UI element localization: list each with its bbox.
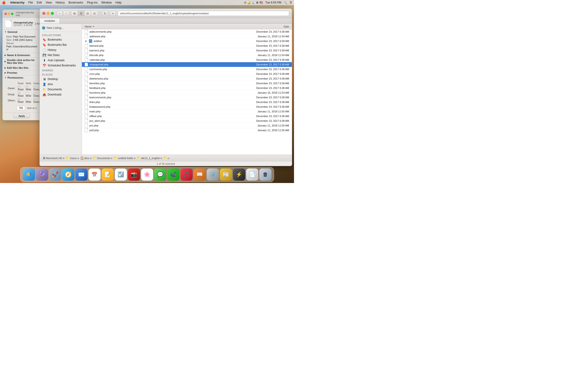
dock-reminders[interactable]: ☑️ xyxy=(115,168,127,181)
info-maximize-button[interactable] xyxy=(11,13,13,15)
file-row[interactable]: main.php January 11, 2018 11:55 AM xyxy=(82,109,292,114)
dock-notes[interactable]: 📝 xyxy=(102,168,114,181)
sidebar-item-dmx[interactable]: 👤 dmx xyxy=(40,82,81,87)
folder-expand-icon[interactable]: ▶ xyxy=(85,40,88,42)
dock-mail[interactable]: ✉️ xyxy=(75,168,88,181)
file-row[interactable]: poll.php January 11, 2018 11:55 AM xyxy=(82,128,292,133)
col-date-label[interactable]: Date xyxy=(242,25,289,28)
back-button[interactable]: ‹ xyxy=(57,11,63,16)
path-bar[interactable]: s/dmx/Documents/untitled%20folder/dle12_… xyxy=(118,11,289,16)
apple-menu[interactable]: 🍎 xyxy=(2,1,6,4)
menubar-edit[interactable]: Edit xyxy=(37,1,42,4)
dock-reeder[interactable]: 📰 xyxy=(220,168,232,181)
perm-owner-read[interactable]: Read xyxy=(17,85,24,91)
info-editfiles-header[interactable]: ▶ Edit files like this: xyxy=(3,65,41,70)
dock-photo-booth[interactable]: 📸 xyxy=(128,168,140,181)
file-row[interactable]: addnews.php January 11, 2018 11:54 AM xyxy=(82,34,292,39)
menubar-plugins[interactable]: Plug-ins xyxy=(87,1,97,4)
file-row[interactable]: pm_alert.php December 23, 2017 6:38 AM xyxy=(82,118,292,123)
finder-close-button[interactable] xyxy=(42,12,45,15)
permissions-number-input[interactable] xyxy=(17,106,25,110)
menubar-bookmarks[interactable]: Bookmarks xyxy=(69,1,83,4)
file-row[interactable]: comments.php December 23, 2017 6:38 AM xyxy=(82,67,292,72)
sidebar-item-net-disks[interactable]: 💾 Net Disks xyxy=(40,53,81,58)
dock-siri[interactable]: 🔮 xyxy=(36,168,48,181)
list-view-button[interactable]: ☰ xyxy=(78,11,84,16)
dock-photos[interactable]: 🌸 xyxy=(141,168,153,181)
menubar-search-icon[interactable]: 🔍 xyxy=(284,1,287,4)
info-preview-header[interactable]: ▶ Preview: xyxy=(3,70,41,75)
perm-group-read[interactable]: Read xyxy=(17,92,24,97)
info-name-header[interactable]: ▶ Name & Extension: xyxy=(3,53,41,57)
breadcrumb-u[interactable]: 📁 u xyxy=(163,156,169,160)
file-row[interactable]: favorites.php December 23, 2017 6:38 AM xyxy=(82,81,292,86)
file-row[interactable]: pm.php January 11, 2018 11:55 AM xyxy=(82,123,292,128)
sidebar-item-bookmarks-bar[interactable]: 🔖 Bookmarks Bar xyxy=(40,42,81,47)
info-minimize-button[interactable] xyxy=(8,13,10,15)
file-row[interactable]: banned.php December 23, 2017 6:38 AM xyxy=(82,43,292,48)
sidebar-item-history[interactable]: 🕐 History xyxy=(40,47,81,53)
forward-button[interactable]: › xyxy=(63,11,69,16)
file-row[interactable]: offline.php December 23, 2017 6:38 AM xyxy=(82,114,292,118)
file-row[interactable]: ▶ antibot December 23, 2017 6:39 AM xyxy=(82,39,292,43)
dock-books[interactable]: 📖 xyxy=(194,168,206,181)
sidebar-item-desktop[interactable]: 🖥 Desktop xyxy=(40,76,81,82)
file-row[interactable]: addcomments.php December 23, 2017 6:38 A… xyxy=(82,29,292,34)
perm-others-write[interactable]: Write xyxy=(25,98,32,103)
sidebar-new-listing[interactable]: 🌐 New Listing... xyxy=(40,25,82,31)
finder-minimize-button[interactable] xyxy=(47,12,50,15)
dock-music[interactable]: 🎵 xyxy=(180,168,193,181)
menubar-history[interactable]: History xyxy=(56,1,65,4)
breadcrumb-untitled-folder[interactable]: 📁 untitled folder xyxy=(114,156,133,160)
menubar-file[interactable]: File xyxy=(28,1,33,4)
sidebar-item-bookmarks[interactable]: 🔖 Bookmarks xyxy=(40,37,81,42)
dock-system-preferences[interactable]: ⚙️ xyxy=(207,168,219,181)
file-row[interactable]: banners.php December 23, 2017 6:38 AM xyxy=(82,48,292,53)
icon-view-button[interactable]: ⊞ xyxy=(71,11,78,16)
file-row[interactable]: links.php December 23, 2017 6:38 AM xyxy=(82,100,292,104)
perm-owner-write[interactable]: Write xyxy=(25,85,32,91)
dock-finder[interactable]: 😊 xyxy=(23,168,35,181)
dock-calendar[interactable]: 📅 xyxy=(88,168,101,181)
file-row[interactable]: cron.php December 23, 2017 6:38 AM xyxy=(82,72,292,76)
sidebar-item-scheduled-bookmarks[interactable]: 📅 Scheduled Bookmarks xyxy=(40,63,81,68)
file-row[interactable]: deletenews.php December 23, 2017 6:38 AM xyxy=(82,76,292,81)
file-row-selected[interactable]: changemail.php December 23, 2017 6:38 AM xyxy=(82,62,292,67)
sidebar-item-downloads[interactable]: 📥 Downloads xyxy=(40,92,81,97)
menubar-view[interactable]: View xyxy=(46,1,52,4)
dock-launchpad[interactable]: 🚀 xyxy=(49,168,61,181)
file-row[interactable]: functions.php January 16, 2018 11:53 AM xyxy=(82,90,292,95)
menubar-control-icon[interactable]: ☰ xyxy=(290,1,292,4)
dock-facetime[interactable]: 📹 xyxy=(167,168,179,181)
perm-group-write[interactable]: Write xyxy=(25,92,32,97)
breadcrumb-users[interactable]: 📁 Users xyxy=(66,156,77,160)
menubar-help[interactable]: Help xyxy=(115,1,122,4)
breadcrumb-macintosh-hd[interactable]: 🖥 Macintosh HD xyxy=(42,156,62,160)
file-row[interactable]: lastcomments.php December 23, 2017 6:38 … xyxy=(82,95,292,100)
sidebar-item-auto-uploads[interactable]: ⬆ Auto Uploads xyxy=(40,58,81,63)
breadcrumb-documents[interactable]: 📁 Documents xyxy=(93,156,110,160)
col-name-label[interactable]: Name xyxy=(85,25,92,28)
info-general-header[interactable]: ▼ General: xyxy=(3,30,41,34)
file-row[interactable]: bbcode.php January 11, 2018 11:54 AM xyxy=(82,53,292,57)
info-close-button[interactable] xyxy=(4,13,7,15)
info-permissions-header[interactable]: ▼ Permissions: xyxy=(3,75,41,80)
file-row[interactable]: lostpassword.php December 23, 2017 6:38 … xyxy=(82,104,292,109)
dock-messages[interactable]: 💬 xyxy=(154,168,166,181)
apply-button[interactable]: Apply xyxy=(14,114,30,118)
finder-maximize-button[interactable] xyxy=(51,12,54,15)
menubar-app[interactable]: Interarchy xyxy=(10,1,24,4)
breadcrumb-dmx[interactable]: 🏠 dmx xyxy=(80,156,89,160)
sidebar-item-documents[interactable]: 📁 Documents xyxy=(40,87,81,92)
dock-trash[interactable]: 🗑 xyxy=(259,168,271,181)
dock-interarchy[interactable]: ⚡ xyxy=(233,168,245,181)
column-view-button[interactable]: ⊟ xyxy=(84,11,91,16)
finder-tab-modules[interactable]: modules xyxy=(40,18,60,23)
menubar-window[interactable]: Window xyxy=(101,1,112,4)
info-doubleclick-header[interactable]: ▶ Double click action for files like thi… xyxy=(3,58,41,65)
dock-safari[interactable]: 🧭 xyxy=(62,168,74,181)
file-list-body[interactable]: addcomments.php December 23, 2017 6:38 A… xyxy=(82,29,292,155)
cover-view-button[interactable]: ⊡ xyxy=(91,11,98,16)
dock-textedit[interactable]: 📄 xyxy=(246,168,258,181)
refresh-button[interactable]: ↻ xyxy=(102,11,108,16)
